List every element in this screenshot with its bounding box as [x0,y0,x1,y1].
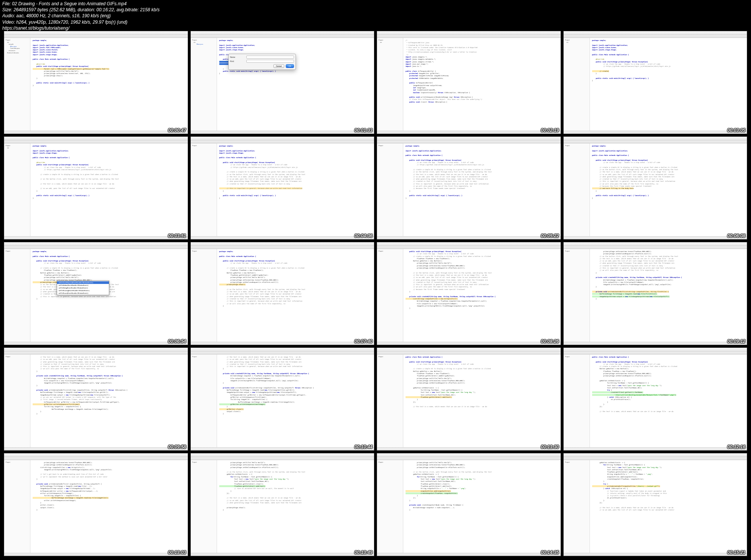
thumb-16[interactable]: Project public class Main extends Applic… [563,347,748,451]
code-editor[interactable]: goButton.setOnAction(e -> { for(String f… [590,460,747,553]
project-sidebar[interactable]: Project src sample Main.java Controller.… [4,38,30,131]
code-editor[interactable]: package sample; import javafx.applicatio… [30,38,188,131]
code-editor[interactable]: package sample; import javafx.applicatio… [590,38,747,131]
code-editor[interactable]: // the text is a name, which means that … [217,355,374,447]
code-editor[interactable]: primaryStage.setScene(new Scene(flowPane… [30,460,188,553]
timestamp: 00:00:47 [168,128,186,133]
ide-statusbar [4,131,188,134]
timestamp: 00:09:12 [727,339,745,344]
thumb-7[interactable]: Project package sample; import javafx.ap… [377,136,561,240]
timestamp: 00:13:49 [354,550,372,555]
thumb-12[interactable]: Project primaryStage.setScene(new Scene(… [563,242,748,345]
timestamp: 00:11:30 [541,444,559,450]
code-editor[interactable]: package sample; import javafx.applicatio… [217,38,374,131]
size-line: Size: 264891597 bytes (252.62 MiB), dura… [2,7,160,13]
thumb-18[interactable]: Project primaryStage.setTitle("Hello Wor… [190,453,375,556]
timestamp: 00:06:54 [168,339,186,344]
code-editor[interactable]: public void start(Stage primaryStage) th… [403,249,561,342]
timestamp: 00:05:22 [541,233,559,238]
timestamp: 00:07:40 [354,339,372,344]
dialog-ok-button[interactable]: OK [286,64,294,68]
dialog-kind-label: Kind: [230,60,245,62]
code-editor[interactable]: // the text is a name, which means that … [30,355,188,447]
code-editor[interactable]: package sample; public class Main extend… [217,249,374,342]
dialog-kind-select[interactable] [246,60,294,63]
thumb-6[interactable]: Project package sample; import javafx.ap… [190,136,375,240]
autocomplete-item[interactable]: setOnHidden(EventHandler<WindowEvent>) [57,284,109,287]
autocomplete-item[interactable]: setOnShowing(EventHandler<WindowEvent>) [57,289,109,292]
project-sidebar[interactable]: Project src Main.java [191,38,217,131]
ide-titlebar [4,31,188,35]
thumb-10[interactable]: Project package sample; public class Mai… [190,242,375,345]
dialog-name-label: Name: [230,56,245,58]
thumb-3[interactable]: Projectsrc /* * GifSequenceWriter.java *… [377,31,561,134]
timestamp: 00:02:19 [541,128,559,133]
ide-toolbar [4,35,188,38]
timestamp: 00:12:16 [727,444,745,450]
url-line: https://sanet.st/blogs/tutorialseng/ [2,25,160,31]
thumbnail-grid: Project src sample Main.java Controller.… [4,31,747,556]
timestamp: 00:04:36 [354,233,372,238]
thumb-2[interactable]: Project src Main.java package sample; im… [190,31,375,134]
timestamp: 00:13:03 [168,550,186,555]
autocomplete-popup[interactable]: setOnCloseRequest(EventHandler<WindowEve… [57,281,109,295]
new-class-dialog[interactable]: Name: Kind: Cancel OK [228,54,296,70]
thumb-5[interactable]: Projectsrc package sample; import javafx… [4,136,188,240]
audio-line: Audio: aac, 48000 Hz, 2 channels, s16, 1… [2,13,160,19]
autocomplete-item[interactable]: setOnHiding(EventHandler<WindowEvent>) [57,287,109,289]
dialog-name-input[interactable] [246,56,294,59]
thumb-20[interactable]: Project goButton.setOnAction(e -> { for(… [563,453,748,556]
thumb-11[interactable]: Project public void start(Stage primaryS… [377,242,561,345]
dialog-cancel-button[interactable]: Cancel [273,64,285,68]
code-editor[interactable]: primaryStage.setTitle("Hello World"); pr… [217,460,374,553]
thumb-15[interactable]: Project public class Main extends Applic… [377,347,561,451]
thumb-14[interactable]: Project // the text is a name, which mea… [190,347,375,451]
timestamp: 00:01:33 [354,128,372,133]
autocomplete-item[interactable]: setOnShown(EventHandler<WindowEvent>) [57,292,109,294]
thumb-1[interactable]: Project src sample Main.java Controller.… [4,31,188,134]
timestamp: 00:03:05 [727,128,745,133]
thumb-8[interactable]: Project package sample; import javafx.ap… [563,136,748,240]
code-editor[interactable]: public class Main extends Application { … [403,355,561,447]
timestamp: 00:03:51 [168,233,186,238]
thumb-17[interactable]: Project primaryStage.setScene(new Scene(… [4,453,188,556]
timestamp: 00:08:26 [541,339,559,344]
file-line: File: 02 Drawing - Fonts and a Segue int… [2,1,160,7]
thumb-13[interactable]: Project // the text is a name, which mea… [4,347,188,451]
code-editor[interactable]: primaryStage.setTitle("Hello World"); pr… [403,460,561,553]
code-editor[interactable]: package sample; import javafx.applicatio… [217,143,374,236]
code-editor[interactable]: /* * GifSequenceWriter.java * Created by… [403,38,561,131]
timestamp: 00:09:58 [168,444,186,450]
video-line: Video: h264, yuv420p, 1280x720, 1962 kb/… [2,19,160,25]
timestamp: 00:15:21 [727,550,745,555]
code-editor[interactable]: package sample; import javafx.applicatio… [403,143,561,236]
code-editor[interactable]: package sample; public class Main extend… [30,249,188,342]
thumb-4[interactable]: Projectsrc package sample; import javafx… [563,31,748,134]
code-editor[interactable]: package sample; import javafx.applicatio… [30,143,188,236]
code-editor[interactable]: package sample; import javafx.applicatio… [590,143,747,236]
autocomplete-item[interactable]: setOnCloseRequest(EventHandler<WindowEve… [57,281,109,284]
media-info-header: File: 02 Drawing - Fonts and a Segue int… [2,1,160,31]
timestamp: 00:10:44 [354,444,372,450]
thumb-9[interactable]: Project package sample; public class Mai… [4,242,188,345]
code-editor[interactable]: public class Main extends Application { … [590,355,747,447]
timestamp: 00:14:35 [541,550,559,555]
timestamp: 00:06:08 [727,233,745,238]
code-editor[interactable]: primaryStage.setScene(new Scene(flowPane… [590,249,747,342]
thumb-19[interactable]: Project primaryStage.setTitle("Hello Wor… [377,453,561,556]
